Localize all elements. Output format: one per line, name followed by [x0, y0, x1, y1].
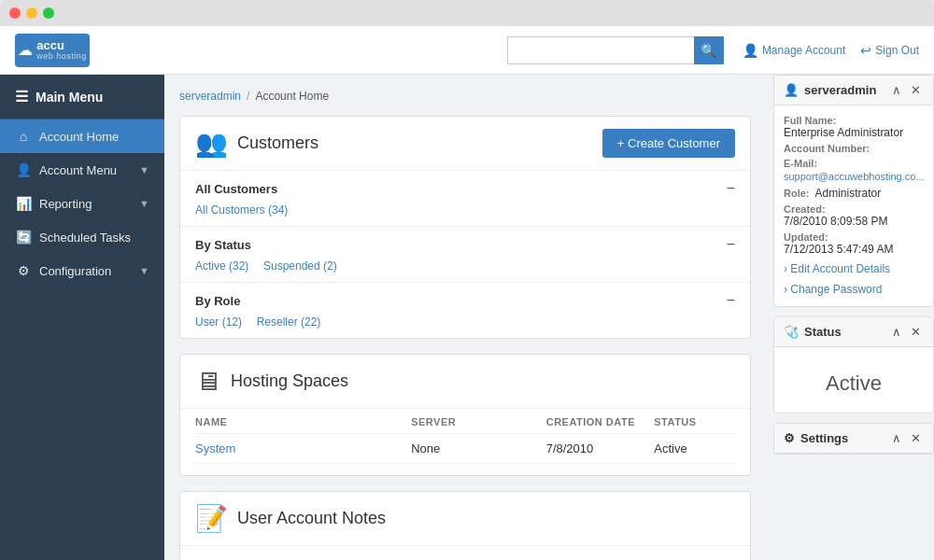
notes-card-header: 📝 User Account Notes [180, 492, 750, 546]
status-title: 🩺 Status [784, 325, 842, 339]
status-value: Active [784, 357, 924, 403]
user-avatar-icon: 👤 [784, 83, 799, 97]
settings-box: ⚙ Settings ∧ ✕ [773, 423, 934, 455]
info-row-role: Role: Administrator [784, 187, 924, 200]
logo: ☁ accu web hosting [15, 34, 90, 67]
info-row-created: Created: 7/8/2010 8:09:58 PM [784, 203, 924, 228]
user-info-close[interactable]: ✕ [908, 83, 924, 97]
info-row-fullname: Full Name: Enterprise Administrator [784, 115, 924, 139]
hosting-card-header: 🖥 Hosting Spaces [180, 355, 750, 409]
breadcrumb: serveradmin / Account Home [179, 90, 751, 103]
sidebar-item-account-home[interactable]: ⌂ Account Home [0, 119, 164, 153]
all-customers-section: All Customers − All Customers (34) [180, 171, 750, 227]
all-customers-toggle[interactable]: − [727, 180, 735, 197]
sidebar-item-configuration[interactable]: ⚙ Configuration ▼ [0, 254, 164, 287]
change-password-link[interactable]: Change Password [784, 282, 924, 297]
system-link[interactable]: System [195, 441, 235, 455]
topbar: ☁ accu web hosting 🔍 👤 Manage Account ↩ … [0, 26, 934, 75]
breadcrumb-serveradmin[interactable]: serveradmin [179, 90, 241, 103]
active-customers-link[interactable]: Active (32) [195, 259, 248, 273]
search-area: 🔍 [507, 36, 724, 64]
cloud-icon: ☁ [18, 41, 33, 59]
table-header-row: NAME SERVER CREATION DATE STATUS [195, 409, 735, 434]
chevron-down-icon: ▼ [139, 164, 149, 175]
traffic-lights [9, 7, 54, 19]
reseller-role-link[interactable]: Reseller (22) [257, 315, 321, 329]
email-link[interactable]: support@accuwebhosting.co... [784, 171, 925, 182]
row-date: 7/8/2010 [546, 434, 655, 464]
col-header-status: STATUS [654, 409, 735, 434]
minimize-button[interactable] [26, 7, 37, 19]
user-info-box: 👤 serveradmin ∧ ✕ Full Name: Enterprise … [773, 75, 934, 307]
by-role-toggle[interactable]: − [727, 292, 735, 309]
edit-account-link[interactable]: Edit Account Details [784, 261, 924, 276]
suspended-customers-link[interactable]: Suspended (2) [263, 259, 337, 273]
all-customers-title: All Customers [195, 182, 277, 196]
hosting-title: Hosting Spaces [231, 371, 348, 391]
logo-text-main: accu [36, 39, 64, 51]
close-button[interactable] [9, 7, 21, 19]
row-status: Active [654, 434, 735, 464]
notes-icon: 📝 [195, 503, 228, 534]
by-role-title: By Role [195, 294, 240, 308]
row-server: None [411, 434, 546, 464]
notes-title-area: 📝 User Account Notes [195, 503, 386, 534]
col-header-date: CREATION DATE [546, 409, 655, 434]
user-icon: 👤 [743, 43, 758, 58]
logo-area: ☁ accu web hosting [15, 34, 90, 67]
window-chrome [0, 0, 934, 26]
create-customer-button[interactable]: + Create Customer [602, 129, 735, 158]
search-icon: 🔍 [700, 43, 716, 58]
sidebar-item-scheduled-tasks[interactable]: 🔄 Scheduled Tasks [0, 220, 164, 254]
sign-out-icon: ↩ [860, 43, 871, 58]
notes-title: User Account Notes [237, 509, 386, 528]
sidebar: ☰ Main Menu ⌂ Account Home 👤 Account Men… [0, 75, 164, 560]
scheduled-icon: 🔄 [15, 230, 32, 245]
table-row: System None 7/8/2010 Active [195, 434, 735, 464]
status-close[interactable]: ✕ [908, 325, 924, 339]
sidebar-title: ☰ Main Menu [0, 75, 164, 119]
info-row-account: Account Number: [784, 143, 924, 154]
customers-card-header: 👥 Customers + Create Customer [180, 117, 750, 171]
row-name: System [195, 434, 411, 464]
by-status-section: By Status − Active (32) Suspended (2) [180, 227, 750, 283]
breadcrumb-current: Account Home [255, 90, 329, 103]
col-header-server: SERVER [411, 409, 546, 434]
breadcrumb-separator: / [247, 90, 249, 103]
col-header-name: NAME [195, 409, 411, 434]
settings-close[interactable]: ✕ [908, 431, 924, 445]
customers-card: 👥 Customers + Create Customer All Custom… [179, 116, 751, 339]
manage-account-link[interactable]: 👤 Manage Account [743, 43, 845, 58]
settings-title: ⚙ Settings [784, 431, 848, 445]
by-status-toggle[interactable]: − [727, 236, 735, 253]
search-input[interactable] [507, 36, 694, 64]
settings-icon: ⚙ [784, 431, 795, 445]
user-icon: 👤 [15, 162, 32, 177]
search-button[interactable]: 🔍 [694, 36, 724, 64]
all-customers-link[interactable]: All Customers (34) [195, 203, 288, 217]
heart-icon: 🩺 [784, 325, 799, 339]
chevron-down-icon: ▼ [139, 198, 149, 209]
sidebar-item-reporting[interactable]: 📊 Reporting ▼ [0, 187, 164, 220]
maximize-button[interactable] [43, 7, 54, 19]
sign-out-link[interactable]: ↩ Sign Out [860, 43, 919, 58]
hosting-title-area: 🖥 Hosting Spaces [195, 366, 348, 397]
user-info-body: Full Name: Enterprise Administrator Acco… [774, 105, 933, 306]
customers-icon: 👥 [195, 128, 228, 159]
sidebar-item-account-menu[interactable]: 👤 Account Menu ▼ [0, 153, 164, 187]
main-content: serveradmin / Account Home 👥 Customers +… [164, 75, 766, 560]
user-role-link[interactable]: User (12) [195, 315, 242, 329]
status-collapse[interactable]: ∧ [889, 325, 904, 339]
chart-icon: 📊 [15, 196, 32, 211]
customers-title: Customers [237, 133, 318, 153]
by-status-links: Active (32) Suspended (2) [195, 259, 735, 273]
status-box-body: Active [774, 347, 933, 413]
main-layout: ☰ Main Menu ⌂ Account Home 👤 Account Men… [0, 75, 934, 560]
status-box-controls: ∧ ✕ [889, 325, 924, 339]
user-info-collapse[interactable]: ∧ [889, 83, 904, 97]
by-status-title: By Status [195, 238, 251, 252]
settings-collapse[interactable]: ∧ [889, 431, 904, 445]
all-customers-header: All Customers − [195, 180, 735, 197]
no-notes-text: No notes added [195, 555, 735, 560]
status-box-header: 🩺 Status ∧ ✕ [774, 317, 933, 347]
